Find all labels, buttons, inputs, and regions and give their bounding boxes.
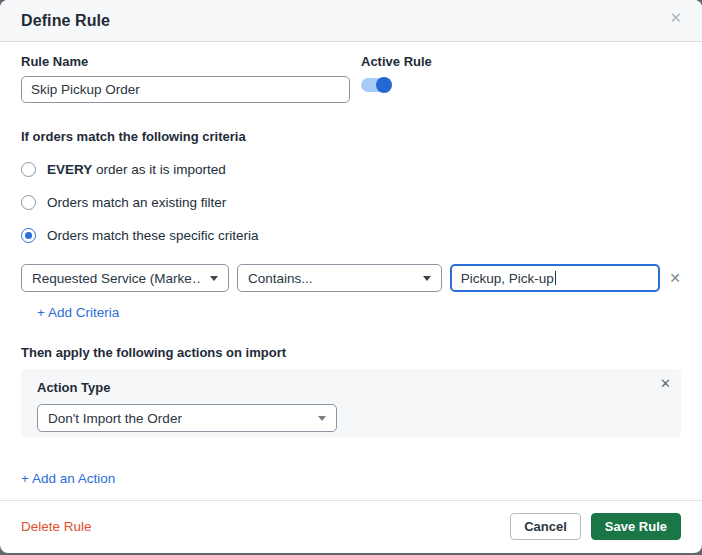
criteria-field-select[interactable]: Requested Service (Marke… [21,264,229,292]
selected-value: Contains... [248,271,313,286]
modal-body: Rule Name Active Rule If orders match th… [0,54,702,487]
rule-name-label: Rule Name [21,54,361,69]
criteria-heading: If orders match the following criteria [21,129,681,144]
remove-action-icon[interactable]: ✕ [660,377,671,390]
toggle-knob-icon [376,77,392,93]
action-type-select[interactable]: Don't Import the Order [37,404,337,432]
radio-icon [21,195,36,210]
save-rule-button[interactable]: Save Rule [591,513,681,540]
active-rule-label: Active Rule [361,54,432,69]
dropdown-arrow-icon [423,276,431,281]
dropdown-arrow-icon [210,276,218,281]
modal-title: Define Rule [21,12,110,30]
remove-criteria-icon[interactable]: ✕ [669,271,681,285]
criteria-row: Requested Service (Marke… Contains... Pi… [21,264,681,292]
text-cursor [555,271,556,285]
active-rule-toggle[interactable] [361,78,390,92]
action-type-label: Action Type [37,380,665,395]
delete-rule-link[interactable]: Delete Rule [21,519,92,534]
dropdown-arrow-icon [318,416,326,421]
top-row: Rule Name Active Rule [21,54,681,103]
action-card: ✕ Action Type Don't Import the Order [21,369,681,438]
footer-buttons: Cancel Save Rule [510,513,681,540]
radio-existing-filter[interactable]: Orders match an existing filter [21,195,681,210]
criteria-value-input[interactable]: Pickup, Pick-up [450,264,661,292]
add-action-link[interactable]: + Add an Action [21,471,115,486]
rule-name-input[interactable] [21,76,350,103]
active-rule-group: Active Rule [361,54,432,103]
rule-name-group: Rule Name [21,54,361,103]
selected-value: Requested Service (Marke… [32,271,202,286]
actions-heading: Then apply the following actions on impo… [21,345,681,360]
radio-icon [21,162,36,177]
radio-icon [21,228,36,243]
close-icon[interactable]: ✕ [669,10,682,25]
radio-specific-criteria[interactable]: Orders match these specific criteria [21,228,681,243]
modal-header: Define Rule ✕ [0,0,702,42]
input-value: Pickup, Pick-up [461,271,554,286]
modal-footer: Delete Rule Cancel Save Rule [0,500,702,540]
radio-label: EVERY order as it is imported [47,162,226,177]
define-rule-modal: Define Rule ✕ Rule Name Active Rule If o… [0,0,702,553]
cancel-button[interactable]: Cancel [510,513,581,540]
radio-label: Orders match an existing filter [47,195,226,210]
selected-value: Don't Import the Order [48,411,182,426]
radio-every-order[interactable]: EVERY order as it is imported [21,162,681,177]
criteria-operator-select[interactable]: Contains... [237,264,442,292]
add-criteria-link[interactable]: + Add Criteria [37,305,119,320]
radio-label: Orders match these specific criteria [47,228,259,243]
